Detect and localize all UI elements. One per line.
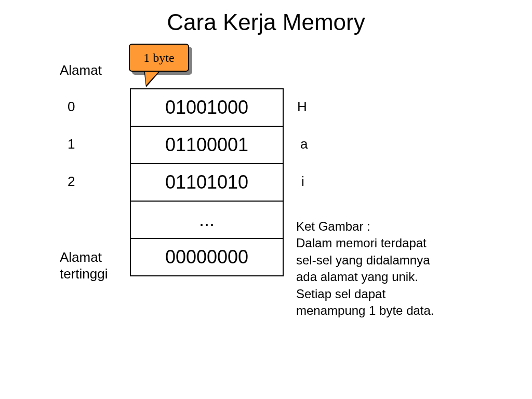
desc-line: menampung 1 byte data. <box>296 302 468 319</box>
desc-line: ada alamat yang unik. <box>296 269 468 285</box>
memory-cell: 01101010 <box>130 164 283 201</box>
callout-box: 1 byte <box>129 44 189 72</box>
label-alamat: Alamat <box>60 62 102 78</box>
label-alamat-tertinggi-1: Alamat <box>60 249 102 265</box>
char-2: i <box>301 174 304 190</box>
address-0: 0 <box>68 99 75 115</box>
table-row: 01100001 <box>130 126 283 164</box>
table-row: ... <box>130 201 283 238</box>
memory-cell: 01001000 <box>130 89 283 126</box>
byte-callout: 1 byte <box>129 44 196 88</box>
desc-line: Setiap sel dapat <box>296 286 468 302</box>
table-row: 01101010 <box>130 164 283 201</box>
label-alamat-tertinggi-2: tertinggi <box>60 266 108 282</box>
memory-cell: 01100001 <box>130 126 283 164</box>
table-row: 01001000 <box>130 89 283 126</box>
desc-line: Dalam memori terdapat <box>296 235 468 251</box>
description-block: Ket Gambar : Dalam memori terdapat sel-s… <box>296 218 468 319</box>
char-1: a <box>300 136 308 152</box>
page-title: Cara Kerja Memory <box>0 9 532 35</box>
address-2: 2 <box>68 174 75 190</box>
callout-tail <box>142 70 160 85</box>
char-0: H <box>297 99 307 115</box>
desc-line: Ket Gambar : <box>296 218 468 235</box>
address-1: 1 <box>68 136 75 152</box>
memory-cell: ... <box>130 201 283 238</box>
memory-cell: 00000000 <box>130 238 283 276</box>
memory-table: 01001000 01100001 01101010 ... 00000000 <box>130 88 284 276</box>
slide: Cara Kerja Memory 1 byte Alamat 0 1 2 Al… <box>0 0 532 399</box>
desc-line: sel-sel yang didalamnya <box>296 252 468 269</box>
callout-text: 1 byte <box>143 51 174 65</box>
table-row: 00000000 <box>130 238 283 276</box>
